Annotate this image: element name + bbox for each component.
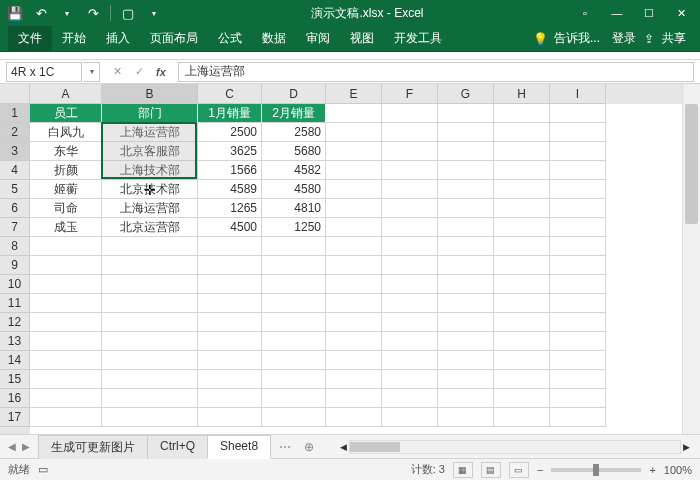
vertical-scrollbar[interactable]: [682, 84, 700, 434]
cell-F15[interactable]: [382, 370, 438, 389]
qat-customize-icon[interactable]: ▾: [143, 2, 165, 24]
col-header-F[interactable]: F: [382, 84, 438, 104]
cell-C14[interactable]: [198, 351, 262, 370]
tab-4[interactable]: 数据: [252, 26, 296, 52]
cell-H6[interactable]: [494, 199, 550, 218]
col-header-I[interactable]: I: [550, 84, 606, 104]
cell-H14[interactable]: [494, 351, 550, 370]
cell-B9[interactable]: [102, 256, 198, 275]
row-header-11[interactable]: 11: [0, 294, 30, 313]
cell-G14[interactable]: [438, 351, 494, 370]
cell-D11[interactable]: [262, 294, 326, 313]
cell-H2[interactable]: [494, 123, 550, 142]
cell-A15[interactable]: [30, 370, 102, 389]
cell-C11[interactable]: [198, 294, 262, 313]
cell-E16[interactable]: [326, 389, 382, 408]
cell-D1[interactable]: 2月销量: [262, 104, 326, 123]
tab-0[interactable]: 开始: [52, 26, 96, 52]
cell-B11[interactable]: [102, 294, 198, 313]
cell-E14[interactable]: [326, 351, 382, 370]
cell-E2[interactable]: [326, 123, 382, 142]
tell-me-input[interactable]: 告诉我...: [550, 26, 604, 52]
cell-E15[interactable]: [326, 370, 382, 389]
cell-C7[interactable]: 4500: [198, 218, 262, 237]
cell-F17[interactable]: [382, 408, 438, 427]
cell-D8[interactable]: [262, 237, 326, 256]
cell-B1[interactable]: 部门: [102, 104, 198, 123]
row-header-12[interactable]: 12: [0, 313, 30, 332]
cell-C5[interactable]: 4589: [198, 180, 262, 199]
cell-I3[interactable]: [550, 142, 606, 161]
cell-A3[interactable]: 东华: [30, 142, 102, 161]
cell-D4[interactable]: 4582: [262, 161, 326, 180]
tab-1[interactable]: 插入: [96, 26, 140, 52]
cell-D14[interactable]: [262, 351, 326, 370]
signin-button[interactable]: 登录: [606, 26, 642, 52]
zoom-slider-thumb[interactable]: [593, 464, 599, 476]
cell-C2[interactable]: 2500: [198, 123, 262, 142]
cell-A8[interactable]: [30, 237, 102, 256]
row-header-8[interactable]: 8: [0, 237, 30, 256]
cell-D12[interactable]: [262, 313, 326, 332]
name-box[interactable]: 4R x 1C: [6, 62, 82, 82]
row-header-4[interactable]: 4: [0, 161, 30, 180]
fx-icon[interactable]: fx: [150, 62, 172, 82]
select-all-corner[interactable]: [0, 84, 30, 104]
cell-I16[interactable]: [550, 389, 606, 408]
cell-G1[interactable]: [438, 104, 494, 123]
cell-I1[interactable]: [550, 104, 606, 123]
row-header-1[interactable]: 1: [0, 104, 30, 123]
row-header-17[interactable]: 17: [0, 408, 30, 427]
col-header-G[interactable]: G: [438, 84, 494, 104]
cell-C13[interactable]: [198, 332, 262, 351]
sheet-nav-left-icon[interactable]: ◀: [8, 441, 16, 452]
cell-H12[interactable]: [494, 313, 550, 332]
cell-C15[interactable]: [198, 370, 262, 389]
cell-G4[interactable]: [438, 161, 494, 180]
cell-H16[interactable]: [494, 389, 550, 408]
name-box-dropdown-icon[interactable]: ▾: [84, 62, 100, 82]
cell-H8[interactable]: [494, 237, 550, 256]
cell-C1[interactable]: 1月销量: [198, 104, 262, 123]
cell-E6[interactable]: [326, 199, 382, 218]
tab-7[interactable]: 开发工具: [384, 26, 452, 52]
cell-I12[interactable]: [550, 313, 606, 332]
cell-C3[interactable]: 3625: [198, 142, 262, 161]
cell-H3[interactable]: [494, 142, 550, 161]
cell-B3[interactable]: 北京客服部: [102, 142, 198, 161]
cell-I6[interactable]: [550, 199, 606, 218]
cell-I10[interactable]: [550, 275, 606, 294]
horizontal-scrollbar[interactable]: ◀ ▶: [338, 440, 692, 454]
cell-G8[interactable]: [438, 237, 494, 256]
cell-B5[interactable]: 北京技术部: [102, 180, 198, 199]
zoom-level[interactable]: 100%: [664, 464, 692, 476]
zoom-in-icon[interactable]: +: [649, 464, 655, 476]
cell-I9[interactable]: [550, 256, 606, 275]
cell-A4[interactable]: 折颜: [30, 161, 102, 180]
cell-A12[interactable]: [30, 313, 102, 332]
cell-C6[interactable]: 1265: [198, 199, 262, 218]
row-header-16[interactable]: 16: [0, 389, 30, 408]
cell-C16[interactable]: [198, 389, 262, 408]
cell-E12[interactable]: [326, 313, 382, 332]
cell-D10[interactable]: [262, 275, 326, 294]
cell-H9[interactable]: [494, 256, 550, 275]
cell-F10[interactable]: [382, 275, 438, 294]
cell-I5[interactable]: [550, 180, 606, 199]
cell-B17[interactable]: [102, 408, 198, 427]
undo-dropdown-icon[interactable]: ▾: [56, 2, 78, 24]
cell-B13[interactable]: [102, 332, 198, 351]
cell-B8[interactable]: [102, 237, 198, 256]
new-doc-icon[interactable]: ▢: [117, 2, 139, 24]
cell-D2[interactable]: 2580: [262, 123, 326, 142]
minimize-icon[interactable]: —: [602, 2, 632, 24]
cell-A6[interactable]: 司命: [30, 199, 102, 218]
row-header-15[interactable]: 15: [0, 370, 30, 389]
cell-D7[interactable]: 1250: [262, 218, 326, 237]
cells-area[interactable]: 员工部门1月销量2月销量白凤九上海运营部25002580东华北京客服部36255…: [30, 104, 682, 434]
cell-G2[interactable]: [438, 123, 494, 142]
sheet-nav-right-icon[interactable]: ▶: [22, 441, 30, 452]
zoom-slider[interactable]: [551, 468, 641, 472]
cell-F13[interactable]: [382, 332, 438, 351]
cell-F16[interactable]: [382, 389, 438, 408]
